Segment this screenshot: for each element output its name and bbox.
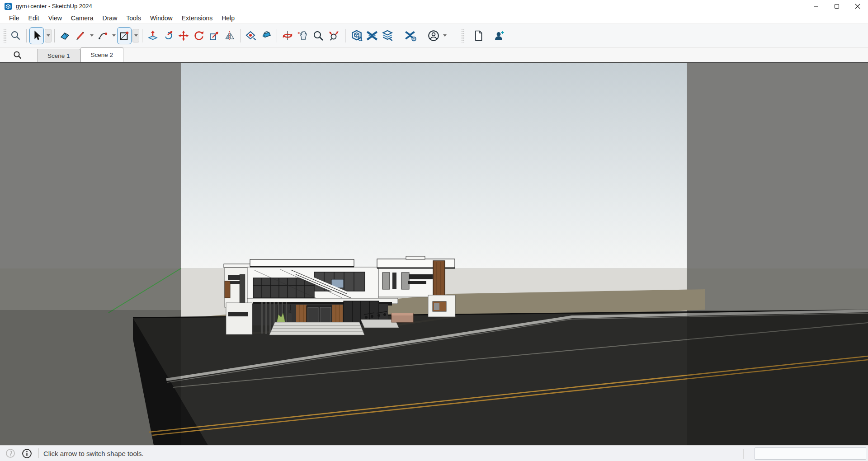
sketchup-logo-icon	[4, 2, 12, 10]
flip-tool-button[interactable]	[222, 28, 237, 44]
shapes-tool-dropdown[interactable]	[132, 29, 139, 42]
zoom-magnifier-icon	[312, 30, 324, 42]
box-inspector-icon	[350, 29, 363, 42]
extension-tool-1-button[interactable]	[349, 28, 364, 44]
extension-tool-2-button[interactable]	[364, 28, 380, 44]
eraser-icon	[59, 30, 71, 42]
menu-window[interactable]: Window	[146, 13, 177, 23]
menu-bar: File Edit View Camera Draw Tools Window …	[0, 12, 868, 24]
move-icon	[178, 30, 189, 42]
scene-search-button[interactable]	[10, 49, 25, 61]
rotate-tool-button[interactable]	[191, 28, 207, 44]
crossing-ribbons-gear-icon	[404, 29, 417, 42]
title-bar: gym+center - SketchUp 2024	[0, 0, 868, 12]
line-tool-button[interactable]	[73, 28, 88, 44]
new-document-icon	[472, 30, 484, 42]
measurements-input[interactable]	[755, 447, 866, 460]
new-document-button[interactable]	[471, 28, 486, 44]
menu-help[interactable]: Help	[217, 13, 239, 23]
geolocation-button[interactable]	[5, 447, 16, 459]
followme-icon	[162, 30, 174, 42]
move-tool-button[interactable]	[176, 28, 191, 44]
minimize-button[interactable]	[806, 0, 826, 12]
menu-camera[interactable]: Camera	[66, 13, 98, 23]
orbit-icon	[282, 30, 293, 42]
select-tool-dropdown[interactable]	[45, 29, 52, 42]
followme-tool-button[interactable]	[160, 28, 176, 44]
arc-icon	[97, 30, 108, 42]
pan-hand-icon	[297, 30, 309, 42]
search-tool-button[interactable]	[8, 28, 24, 44]
chevron-down-icon	[90, 34, 94, 37]
pan-tool-button[interactable]	[295, 28, 311, 44]
tape-measure-icon	[245, 30, 257, 42]
rotate-icon	[193, 30, 205, 42]
crossing-ribbons-icon	[366, 29, 378, 42]
select-tool-button[interactable]	[29, 27, 44, 44]
chevron-down-icon	[443, 34, 447, 37]
paint-bucket-icon	[260, 30, 272, 42]
rectangle-shape-icon	[118, 29, 131, 42]
menu-file[interactable]: File	[5, 13, 24, 23]
extension-tool-4-button[interactable]	[403, 28, 418, 44]
info-icon	[22, 448, 32, 459]
maximize-button[interactable]	[826, 0, 847, 12]
add-person-button[interactable]	[491, 28, 507, 44]
status-message: Click arrow to switch shape tools.	[43, 450, 144, 457]
status-bar: Click arrow to switch shape tools.	[0, 445, 868, 461]
tab-scene-1[interactable]: Scene 1	[37, 49, 80, 62]
menu-draw[interactable]: Draw	[98, 13, 122, 23]
chevron-down-icon	[112, 34, 116, 37]
menu-edit[interactable]: Edit	[24, 13, 44, 23]
info-button[interactable]	[21, 447, 33, 459]
pencil-icon	[75, 30, 86, 42]
backdrop-band-sky	[181, 63, 687, 268]
eraser-tool-button[interactable]	[57, 28, 73, 44]
flip-icon	[224, 30, 236, 42]
select-arrow-icon	[30, 29, 43, 42]
pushpull-tool-button[interactable]	[145, 28, 160, 44]
arcs-tool-dropdown[interactable]	[111, 29, 117, 42]
avatar-icon	[427, 29, 440, 42]
window-title: gym+center - SketchUp 2024	[16, 3, 92, 9]
shapes-tool-button[interactable]	[117, 27, 132, 44]
menu-tools[interactable]: Tools	[122, 13, 146, 23]
search-icon	[13, 50, 23, 60]
extension-tool-3-button[interactable]	[380, 28, 395, 44]
menu-view[interactable]: View	[44, 13, 66, 23]
scene-tab-bar: Scene 1 Scene 2	[0, 47, 868, 63]
orbit-tool-button[interactable]	[280, 28, 295, 44]
scale-tool-button[interactable]	[207, 28, 222, 44]
toolbar-drag-handle[interactable]	[3, 29, 7, 42]
main-toolbar	[0, 24, 868, 47]
model-viewport[interactable]	[0, 63, 868, 445]
add-person-icon	[493, 30, 505, 42]
close-button[interactable]	[847, 0, 868, 12]
arcs-tool-button[interactable]	[95, 28, 110, 44]
search-icon	[10, 30, 22, 42]
pushpull-icon	[147, 30, 159, 42]
tape-measure-tool-button[interactable]	[243, 28, 259, 44]
geolocation-icon	[5, 448, 15, 458]
scale-icon	[208, 30, 220, 42]
toolbar-drag-handle-2[interactable]	[461, 29, 465, 42]
line-tool-dropdown[interactable]	[89, 29, 95, 42]
chevron-down-icon	[134, 34, 138, 37]
menu-extensions[interactable]: Extensions	[177, 13, 217, 23]
chevron-down-icon	[47, 34, 50, 37]
paint-bucket-tool-button[interactable]	[259, 28, 274, 44]
account-dropdown[interactable]	[442, 29, 448, 42]
tab-scene-2[interactable]: Scene 2	[80, 47, 124, 62]
layer-stack-icon	[381, 29, 394, 42]
zoom-extents-icon	[328, 30, 340, 42]
model-canvas[interactable]	[0, 63, 868, 445]
account-button[interactable]	[426, 28, 441, 44]
zoom-extents-tool-button[interactable]	[326, 28, 341, 44]
zoom-tool-button[interactable]	[311, 28, 326, 44]
